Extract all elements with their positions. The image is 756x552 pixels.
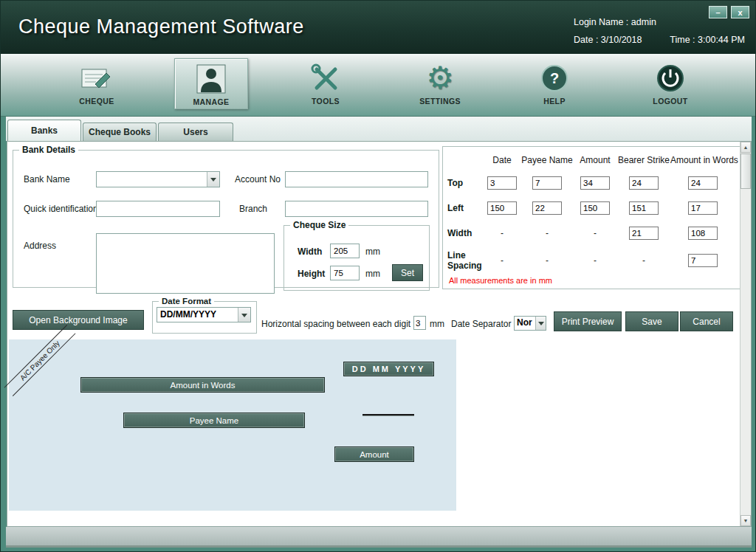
linespacing-amount-dash: - [573,246,617,275]
width-label: Width [298,246,322,257]
quick-identification-input[interactable] [96,201,220,217]
help-icon: ? [540,61,569,95]
settings-icon: ⚙ [426,61,454,95]
status-bar [6,527,752,548]
time-text: Time : 3:00:44 PM [670,35,745,45]
row-label-left: Left [447,196,483,221]
top-words-input[interactable] [688,176,718,190]
toolbar-logout-label: LOGOUT [653,97,687,106]
col-header-amount: Amount [573,151,617,170]
tab-users[interactable]: Users [158,123,233,141]
toolbar-settings[interactable]: ⚙ SETTINGS [403,61,477,106]
date-label: Date : [574,35,598,45]
scroll-down-button[interactable]: ▼ [740,515,751,526]
linespacing-words-input[interactable] [688,254,718,267]
height-label: Height [298,269,325,279]
toolbar-tools[interactable]: TOOLS [289,61,362,106]
toolbar-cheque-label: CHEQUE [79,97,114,106]
svg-text:?: ? [550,70,559,86]
top-amount-input[interactable] [580,176,610,190]
date-format-legend: Date Format [159,297,214,306]
app-window: Cheque Management Software – x Login Nam… [0,0,756,552]
account-no-label: Account No [235,174,281,184]
horizontal-spacing-input[interactable] [413,316,426,330]
bearer-strike-line[interactable] [362,414,414,416]
left-amount-input[interactable] [580,201,610,215]
scroll-up-button[interactable]: ▲ [740,142,751,153]
row-label-line-spacing: Line Spacing [447,246,483,275]
width-words-input[interactable] [688,227,718,240]
left-date-input[interactable] [487,201,517,215]
quick-identification-label: Quick identification [24,204,98,214]
save-button[interactable]: Save [625,311,678,331]
top-bearer-input[interactable] [629,176,659,190]
account-no-input[interactable] [285,171,428,187]
toolbar-cheque[interactable]: CHEQUE [60,61,134,106]
height-input[interactable] [330,266,360,280]
scrollbar-thumb[interactable] [740,153,751,189]
tab-cheque-books[interactable]: Cheque Books [83,123,157,141]
date-separator-label: Date Separator [451,319,511,329]
width-date-dash: - [483,221,521,246]
cancel-button[interactable]: Cancel [680,311,733,331]
address-textarea[interactable] [96,233,275,294]
logout-icon [656,61,685,95]
title-bar: Cheque Management Software – x Login Nam… [1,1,756,54]
width-input[interactable] [330,244,360,258]
col-header-bearer-strike: Bearer Strike [617,151,670,170]
bank-details-legend: Bank Details [19,145,78,155]
linespacing-bearer-dash: - [617,246,670,275]
measurements-note: All measurements are in mm [449,276,552,285]
toolbar-tools-label: TOOLS [312,97,340,106]
chevron-down-icon [535,317,546,330]
horizontal-spacing-label: Horizontal spacing between each digit [261,319,410,329]
left-bearer-input[interactable] [629,201,659,215]
width-bearer-input[interactable] [629,227,659,240]
cheque-size-legend: Cheque Size [290,220,348,230]
chevron-down-icon [238,308,250,322]
open-background-image-button[interactable]: Open Background Image [13,310,144,330]
branch-input[interactable] [285,201,428,217]
app-title: Cheque Management Software [18,15,304,38]
ac-payee-crossing: A/C Payee Only [4,325,76,396]
tools-icon [309,61,342,95]
gear-glyph: ⚙ [426,63,454,94]
datetime-info: Date : 3/10/2018 Time : 3:00:44 PM [574,35,745,45]
toolbar-logout[interactable]: LOGOUT [633,61,707,106]
toolbar-settings-label: SETTINGS [419,97,461,106]
login-label: Login Name : [574,17,628,27]
date-format-value: DD/MM/YYYY [157,308,238,322]
left-words-input[interactable] [688,201,718,215]
date-placeholder-box[interactable]: DD MM YYYY [343,362,434,376]
set-button[interactable]: Set [392,264,423,281]
top-date-input[interactable] [487,176,517,190]
bank-details-group: Bank Details Bank Name Account No Quick … [13,145,439,288]
left-payee-input[interactable] [532,201,562,215]
cheque-preview-area: A/C Payee Only DD MM YYYY Amount in Word… [9,339,456,511]
content-panel: Bank Details Bank Name Account No Quick … [7,141,752,527]
payee-name-box[interactable]: Payee Name [123,413,305,428]
toolbar-manage[interactable]: MANAGE [174,58,248,109]
date-separator-select[interactable]: Nor [514,316,546,331]
date-text: Date : 3/10/2018 [574,35,642,45]
width-unit: mm [365,246,380,257]
amount-box[interactable]: Amount [334,446,414,462]
bank-name-select[interactable] [96,171,220,187]
col-header-payee-name: Payee Name [521,151,573,170]
measurements-panel: Date Payee Name Amount Bearer Strike Amo… [442,146,740,289]
toolbar-help-label: HELP [543,97,566,106]
measurements-grid: Date Payee Name Amount Bearer Strike Amo… [447,151,735,275]
top-payee-input[interactable] [532,176,562,190]
date-format-group: Date Format DD/MM/YYYY [152,297,257,334]
date-format-select[interactable]: DD/MM/YYYY [157,307,251,322]
tab-banks[interactable]: Banks [7,120,81,141]
login-info: Login Name : admin [574,17,745,27]
vertical-scrollbar[interactable]: ▲ ▼ [740,142,751,526]
amount-in-words-box[interactable]: Amount in Words [80,377,325,393]
height-unit: mm [365,269,380,279]
print-preview-button[interactable]: Print Preview [554,311,622,331]
login-value: admin [631,17,656,27]
main-toolbar: CHEQUE MANAGE [1,54,756,117]
session-info: Login Name : admin Date : 3/10/2018 Time… [574,17,745,45]
toolbar-help[interactable]: ? HELP [518,61,591,106]
